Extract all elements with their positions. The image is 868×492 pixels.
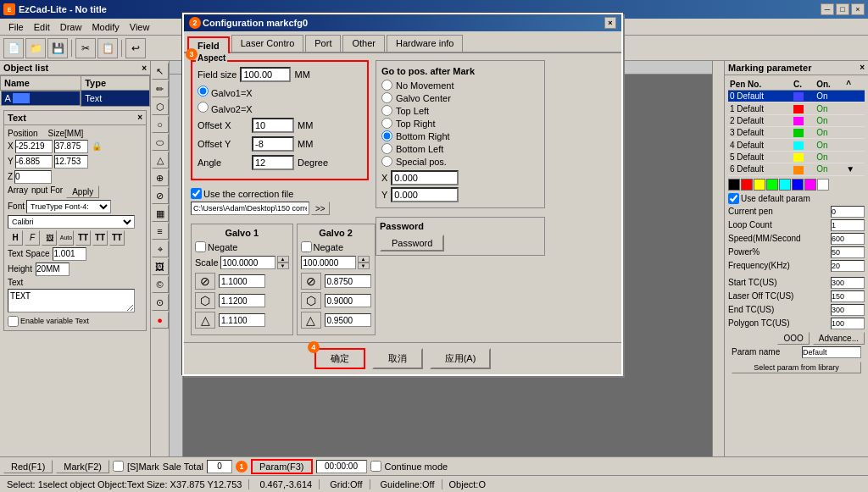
swatch-blue[interactable] bbox=[792, 179, 804, 191]
special-pos-option[interactable]: Special pos. bbox=[381, 156, 539, 167]
apply-dialog-btn[interactable]: 应用(A) bbox=[430, 348, 492, 369]
bottom-right-option[interactable]: Bottom Right bbox=[381, 130, 539, 141]
bottom-left-option[interactable]: Bottom Left bbox=[381, 143, 539, 154]
draw-tool9[interactable]: ≡ bbox=[152, 223, 169, 240]
copy-btn[interactable]: 📋 bbox=[97, 38, 118, 58]
y-position[interactable] bbox=[15, 155, 53, 169]
swatch-cyan[interactable] bbox=[779, 179, 791, 191]
y-coord-input[interactable] bbox=[391, 187, 459, 202]
speed-input[interactable] bbox=[831, 233, 865, 245]
polygon-tc-input[interactable] bbox=[831, 318, 865, 329]
text-apply-btn[interactable]: Apply bbox=[66, 185, 99, 198]
correction-checkbox[interactable] bbox=[191, 188, 202, 199]
no-movement-option[interactable]: No Movement bbox=[381, 80, 539, 91]
offset-x-input[interactable] bbox=[252, 118, 294, 133]
param-name-input[interactable] bbox=[802, 346, 861, 358]
red-f1-btn[interactable]: Red(F1) bbox=[3, 460, 53, 473]
start-tc-input[interactable] bbox=[831, 277, 865, 289]
enable-variable-checkbox[interactable] bbox=[8, 316, 19, 327]
galvo2-scale-input[interactable] bbox=[301, 256, 356, 269]
swatch-white[interactable] bbox=[817, 179, 829, 191]
offset-y-input[interactable] bbox=[252, 136, 294, 152]
italic-btn[interactable]: F bbox=[25, 230, 40, 246]
swatch-green[interactable] bbox=[766, 179, 778, 191]
list-item[interactable]: 6 Default On ▼ bbox=[728, 163, 865, 175]
galvo2-val1[interactable] bbox=[325, 274, 371, 288]
list-item[interactable]: 2 Default On bbox=[728, 114, 865, 126]
galvo2-val2[interactable] bbox=[325, 294, 371, 307]
confirm-btn[interactable]: 确定 bbox=[314, 348, 365, 369]
draw-tool10[interactable]: ⌖ bbox=[152, 240, 169, 257]
marking-param-close[interactable]: × bbox=[860, 63, 865, 73]
tt1-btn[interactable]: TT bbox=[75, 230, 91, 246]
text-space-input[interactable] bbox=[53, 247, 86, 261]
draw-tool13[interactable]: ⊙ bbox=[152, 294, 169, 311]
top-right-radio[interactable] bbox=[381, 118, 392, 129]
power-input[interactable] bbox=[831, 246, 865, 258]
laser-off-tc-input[interactable] bbox=[831, 290, 865, 302]
menu-view[interactable]: View bbox=[125, 20, 155, 34]
galvo1-radio[interactable] bbox=[198, 86, 209, 97]
galvo2-up-btn[interactable]: ▲ bbox=[358, 256, 370, 263]
menu-file[interactable]: File bbox=[3, 20, 29, 34]
galvo1-negate-check[interactable] bbox=[195, 241, 206, 252]
draw-tool4[interactable]: ⬭ bbox=[152, 134, 169, 151]
y-size[interactable] bbox=[54, 155, 88, 169]
object-list-close[interactable]: × bbox=[142, 64, 147, 73]
advance-btn[interactable]: Advance... bbox=[813, 332, 865, 345]
galvo2-radio[interactable] bbox=[198, 102, 209, 113]
list-item[interactable]: 5 Default On bbox=[728, 151, 865, 163]
galvo1-down-btn[interactable]: ▼ bbox=[277, 263, 289, 269]
bold-btn[interactable]: H bbox=[8, 230, 23, 246]
menu-edit[interactable]: Edit bbox=[29, 20, 55, 34]
galvo2-down-btn[interactable]: ▼ bbox=[358, 263, 370, 269]
tab-other[interactable]: Other bbox=[342, 35, 385, 52]
top-left-radio[interactable] bbox=[381, 105, 392, 116]
continue-mode-checkbox[interactable] bbox=[370, 461, 381, 472]
new-btn[interactable]: 📄 bbox=[3, 38, 24, 58]
open-btn[interactable]: 📁 bbox=[25, 38, 46, 58]
draw-tool6[interactable]: ⊕ bbox=[152, 169, 169, 186]
cancel-btn[interactable]: 取消 bbox=[372, 348, 423, 369]
galvo1-val1[interactable] bbox=[219, 274, 265, 288]
galvo2-val3[interactable] bbox=[325, 313, 371, 327]
bottom-left-radio[interactable] bbox=[381, 143, 392, 154]
auto-btn[interactable]: Auto bbox=[58, 230, 74, 246]
text-content[interactable]: TEXT bbox=[8, 289, 135, 312]
galvo2-negate-check[interactable] bbox=[301, 241, 312, 252]
galvo1-radio-label[interactable]: Galvo1=X bbox=[198, 86, 253, 98]
draw-tool14[interactable]: ● bbox=[152, 312, 169, 329]
draw-tool2[interactable]: ⬡ bbox=[152, 98, 169, 115]
special-pos-radio[interactable] bbox=[381, 156, 392, 167]
tab-laser-contro[interactable]: Laser Contro bbox=[231, 35, 304, 52]
galvo1-scale-input[interactable] bbox=[220, 256, 275, 269]
close-btn[interactable]: × bbox=[851, 3, 865, 15]
z-position[interactable] bbox=[14, 170, 52, 184]
field-size-input[interactable] bbox=[240, 67, 291, 82]
galvo1-up-btn[interactable]: ▲ bbox=[277, 256, 289, 263]
galvo1-val3[interactable] bbox=[219, 313, 265, 327]
menu-modify[interactable]: Modify bbox=[86, 20, 124, 34]
minimize-btn[interactable]: ─ bbox=[821, 3, 834, 15]
loop-count-input[interactable] bbox=[831, 219, 865, 231]
x-position[interactable] bbox=[15, 140, 53, 153]
galvo1-val2[interactable] bbox=[219, 294, 265, 307]
ooo-btn[interactable]: OOO bbox=[777, 332, 809, 345]
select-library-btn[interactable]: Select param from library bbox=[732, 362, 861, 373]
draw-tool7[interactable]: ⊘ bbox=[152, 187, 169, 204]
draw-tool11[interactable]: 🖼 bbox=[152, 258, 169, 275]
menu-draw[interactable]: Draw bbox=[55, 20, 87, 34]
top-left-option[interactable]: Top Left bbox=[381, 105, 539, 116]
swatch-yellow[interactable] bbox=[754, 179, 765, 191]
tab-port[interactable]: Port bbox=[305, 35, 341, 52]
draw-tool8[interactable]: ▦ bbox=[152, 205, 169, 222]
font-type-select[interactable]: TrueType Font-4: bbox=[26, 200, 111, 213]
scrollbar-vertical[interactable] bbox=[712, 61, 724, 458]
text-panel-close[interactable]: × bbox=[137, 113, 142, 123]
galvo-center-option[interactable]: Galvo Center bbox=[381, 92, 539, 103]
frequency-input[interactable] bbox=[831, 260, 865, 272]
save-btn[interactable]: 💾 bbox=[47, 38, 68, 58]
draw-tool1[interactable]: ✏ bbox=[152, 80, 169, 97]
current-pen-input[interactable] bbox=[831, 206, 865, 218]
mark-f2-btn[interactable]: Mark(F2) bbox=[56, 460, 109, 473]
